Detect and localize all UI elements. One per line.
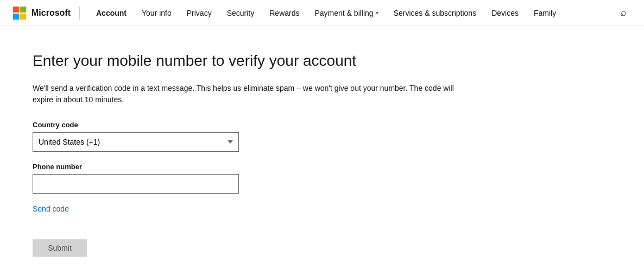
country-code-select[interactable]: United States (+1)	[33, 132, 239, 152]
logo-green	[20, 7, 26, 13]
logo-red	[13, 7, 19, 13]
logo-yellow	[20, 14, 26, 20]
chevron-down-icon: ▾	[376, 10, 378, 16]
payment-billing-label: Payment & billing	[314, 9, 373, 17]
nav-item-security[interactable]: Security	[219, 0, 262, 26]
microsoft-wordmark: Microsoft	[31, 8, 71, 18]
page-heading: Enter your mobile number to verify your …	[33, 52, 456, 70]
nav-item-services-subscriptions[interactable]: Services & subscriptions	[386, 0, 484, 26]
logo-area: Microsoft	[13, 7, 71, 20]
microsoft-logo	[13, 7, 26, 20]
logo-blue	[13, 14, 19, 20]
main-nav: Account Your info Privacy Security Rewar…	[89, 0, 616, 26]
nav-item-payment-billing[interactable]: Payment & billing ▾	[307, 0, 386, 26]
phone-number-input[interactable]	[33, 174, 239, 194]
phone-number-group: Phone number	[33, 163, 456, 194]
phone-number-label: Phone number	[33, 163, 456, 171]
nav-item-family[interactable]: Family	[526, 0, 564, 26]
nav-divider	[79, 7, 80, 20]
submit-button[interactable]: Submit	[33, 239, 87, 257]
send-code-link[interactable]: Send code	[33, 204, 69, 213]
nav-item-your-info[interactable]: Your info	[134, 0, 179, 26]
site-header: Microsoft Account Your info Privacy Secu…	[0, 0, 644, 26]
nav-item-rewards[interactable]: Rewards	[262, 0, 307, 26]
page-description: We'll send a verification code in a text…	[33, 83, 456, 106]
search-icon-button[interactable]: ⌕	[616, 3, 631, 23]
main-content: Enter your mobile number to verify your …	[0, 26, 489, 279]
nav-item-devices[interactable]: Devices	[484, 0, 526, 26]
country-code-group: Country code United States (+1)	[33, 121, 456, 152]
nav-item-account[interactable]: Account	[89, 0, 134, 26]
nav-item-privacy[interactable]: Privacy	[179, 0, 219, 26]
country-code-label: Country code	[33, 121, 456, 129]
send-code-area: Send code	[33, 204, 456, 226]
